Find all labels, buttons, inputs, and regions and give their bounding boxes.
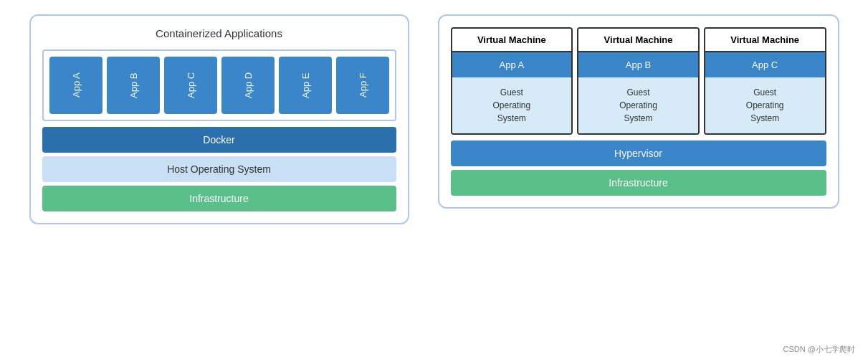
apps-row: App AApp BApp CApp DApp EApp F: [42, 49, 396, 121]
right-infrastructure-layer: Infrastructure: [451, 170, 826, 196]
app-box: App C: [164, 57, 217, 114]
main-container: Containerized Applications App AApp BApp…: [0, 0, 868, 362]
vm-box: Virtual MachineApp BGuestOperatingSystem: [577, 27, 700, 135]
vm-title: Virtual Machine: [705, 29, 825, 52]
app-box: App B: [107, 57, 160, 114]
app-box: App D: [221, 57, 275, 114]
vm-title: Virtual Machine: [452, 29, 572, 52]
vm-app: App A: [452, 52, 572, 77]
vm-app: App B: [578, 52, 698, 77]
watermark: CSDN @小七学爬时: [783, 344, 855, 355]
vm-guest-os: GuestOperatingSystem: [452, 77, 572, 133]
host-os-layer: Host Operating System: [42, 156, 396, 182]
left-infrastructure-layer: Infrastructure: [42, 186, 396, 211]
app-box: App A: [49, 57, 102, 114]
vm-app: App C: [705, 52, 825, 77]
docker-layer: Docker: [42, 127, 396, 153]
vm-guest-os: GuestOperatingSystem: [705, 77, 825, 133]
left-diagram-title: Containerized Applications: [42, 27, 396, 39]
left-diagram: Containerized Applications App AApp BApp…: [29, 14, 409, 224]
vms-row: Virtual MachineApp AGuestOperatingSystem…: [451, 27, 826, 135]
vm-box: Virtual MachineApp CGuestOperatingSystem: [704, 27, 826, 135]
vm-title: Virtual Machine: [578, 29, 698, 52]
hypervisor-layer: Hypervisor: [451, 140, 826, 166]
vm-box: Virtual MachineApp AGuestOperatingSystem: [451, 27, 573, 135]
app-box: App E: [279, 57, 332, 114]
app-box: App F: [336, 57, 389, 114]
vm-guest-os: GuestOperatingSystem: [578, 77, 698, 133]
right-diagram: Virtual MachineApp AGuestOperatingSystem…: [438, 14, 839, 209]
